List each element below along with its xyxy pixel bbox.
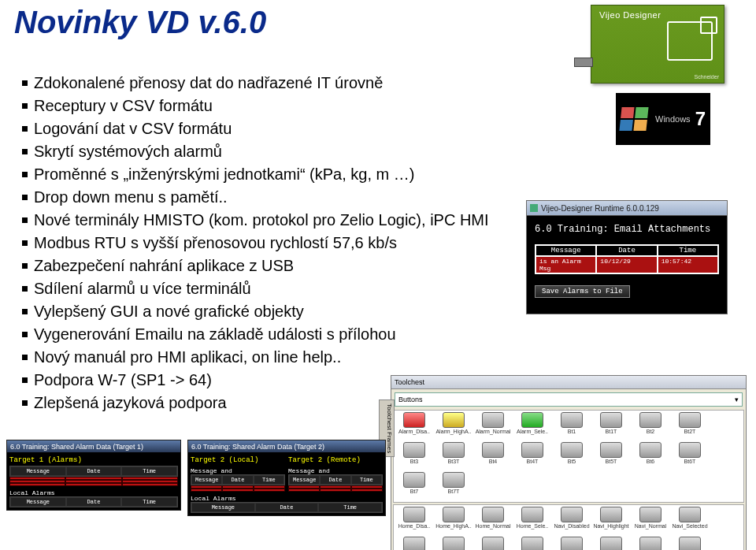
tool-item[interactable]: Previous_S.. <box>513 537 551 550</box>
tool-item[interactable]: Bt5T <box>592 442 630 470</box>
tool-item[interactable]: Bt6T <box>671 442 709 470</box>
tool-item[interactable]: Alarm_Disa.. <box>395 412 433 440</box>
tool-item[interactable]: Bt7T <box>435 472 472 500</box>
runtime-heading: 6.0 Training: Email Attachments <box>535 224 719 235</box>
tool-item[interactable]: Registration.. <box>671 537 709 550</box>
tool-label: Bt3T <box>448 459 460 464</box>
bullet-dot <box>22 332 28 337</box>
tool-item[interactable]: Home_Normal <box>474 507 512 535</box>
tool-item[interactable]: Alarm_HighA.. <box>435 412 472 440</box>
runtime-window: Vijeo-Designer Runtime 6.0.0.129 6.0 Tra… <box>526 200 728 314</box>
tool-item[interactable]: Navi_Normal <box>632 507 669 535</box>
tool-label: Bt7T <box>448 489 460 494</box>
col: Message <box>191 475 222 485</box>
app-icon <box>530 204 538 212</box>
bullet-text: Receptury v CSV formátu <box>34 95 526 117</box>
tool-item[interactable]: Home_Sele.. <box>513 507 551 535</box>
category-dropdown[interactable]: Buttons ▾ <box>395 392 743 407</box>
bullet-dot <box>22 217 28 223</box>
button-icon <box>600 537 622 550</box>
windows7-badge: Windows 7 <box>616 93 710 145</box>
tool-item[interactable]: Previous_.. <box>474 537 512 550</box>
alarm1-local: Local Alarms <box>9 489 178 496</box>
alarm2-local-label: Target 2 (Local) <box>191 456 285 464</box>
tool-item[interactable]: Bt2T <box>671 412 709 440</box>
list-item: Modbus RTU s vyšší přenosovou rychlostí … <box>22 232 526 254</box>
dropdown-value: Buttons <box>398 396 423 403</box>
alarm1-local-header: Message Date Time <box>9 496 178 507</box>
button-icon <box>403 537 425 550</box>
tool-label: Bt6T <box>684 459 696 464</box>
cell-time: 10:57:42 <box>658 256 718 273</box>
bullet-text: Proměnné s „inženýrskými jednotkami“ (kP… <box>34 164 526 185</box>
tool-label: Bt4T <box>527 459 539 464</box>
tool-item[interactable]: Previous_D.. <box>395 537 433 550</box>
col: Date <box>66 466 122 476</box>
tool-item[interactable]: Bt1 <box>553 412 591 440</box>
button-icon <box>403 507 425 522</box>
alarm1-titlebar[interactable]: 6.0 Training: Shared Alarm Data (Target … <box>7 440 180 452</box>
tool-item[interactable]: Registration.. <box>553 537 591 550</box>
col-date: Date <box>596 245 657 256</box>
chevron-down-icon: ▾ <box>735 396 739 403</box>
tool-item[interactable]: Home_Disa.. <box>395 507 433 535</box>
bullet-text: Sdílení alarmů u více terminálů <box>34 278 526 299</box>
alarm1-label: Target 1 (Alarms) <box>9 456 178 464</box>
tool-label: Bt5T <box>606 459 617 464</box>
bullet-text: Nový manuál pro HMI aplikaci, on line he… <box>34 347 526 368</box>
col: Time <box>254 475 284 485</box>
toolchest-titlebar[interactable]: Toolchest <box>391 376 746 389</box>
tool-item[interactable]: Bt1T <box>592 412 630 440</box>
tool-item[interactable]: Registration.. <box>592 537 630 550</box>
table-row: is an Alarm Msg 10/12/29 10:57:42 <box>536 256 718 273</box>
tool-item[interactable]: Bt4T <box>513 442 551 470</box>
button-icon <box>403 442 425 458</box>
tool-item[interactable]: Alarm_Sele.. <box>513 412 551 440</box>
alarm2-titlebar[interactable]: 6.0 Training: Shared Alarm Data (Target … <box>188 440 385 452</box>
tool-item[interactable]: Bt3T <box>435 442 472 470</box>
button-icon <box>521 507 543 522</box>
tool-item[interactable]: Bt3 <box>395 442 433 470</box>
button-icon <box>600 507 622 522</box>
tool-label: Bt5 <box>568 459 576 464</box>
tool-item[interactable]: Bt4 <box>474 442 512 470</box>
button-icon <box>443 412 465 428</box>
bullet-text: Nové terminály HMISTO (kom. protokol pro… <box>34 210 526 231</box>
tool-label: Bt6 <box>647 459 655 464</box>
button-icon <box>521 442 543 458</box>
button-icon <box>679 442 701 458</box>
list-item: Zabezpečení nahrání aplikace z USB <box>22 255 526 277</box>
runtime-titlebar[interactable]: Vijeo-Designer Runtime 6.0.0.129 <box>527 201 727 216</box>
col: Date <box>66 497 122 507</box>
windows-label: Windows <box>655 114 691 124</box>
tool-item[interactable]: Registration.. <box>632 537 669 550</box>
tool-item[interactable]: Bt6 <box>632 442 669 470</box>
tool-item[interactable]: Bt2 <box>632 412 669 440</box>
tool-item[interactable]: Navi_Highlight <box>592 507 630 535</box>
bullet-text: Vygenerování Emailu na základě události … <box>34 324 526 345</box>
button-icon <box>443 507 465 522</box>
tool-item[interactable]: Alarm_Normal <box>474 412 512 440</box>
col: Date <box>320 475 350 485</box>
save-alarms-button[interactable]: Save Alarms to File <box>535 285 630 298</box>
button-icon <box>561 442 583 458</box>
col: Message <box>289 475 320 485</box>
tool-item[interactable]: Navi_Selected <box>671 507 709 535</box>
list-item: Nový manuál pro HMI aplikaci, on line he… <box>22 347 526 368</box>
button-icon <box>403 412 425 428</box>
tool-label: Navi_Normal <box>635 523 666 529</box>
button-icon <box>679 412 701 428</box>
tool-item[interactable]: Bt5 <box>553 442 591 470</box>
windows-flag-icon <box>619 107 648 131</box>
tool-item[interactable]: Bt7 <box>395 472 433 500</box>
tool-label: Bt4 <box>489 459 498 464</box>
tool-item[interactable]: Home_HighA.. <box>435 507 472 535</box>
list-item: Vylepšený GUI a nové grafické objekty <box>22 301 526 322</box>
alarm2-remote-label: Target 2 (Remote) <box>288 456 383 464</box>
tool-label: Alarm_HighA.. <box>435 429 471 434</box>
bullet-dot <box>22 80 28 86</box>
tool-item[interactable]: Navi_Disabled <box>553 507 591 535</box>
bullet-dot <box>22 355 28 360</box>
page-title: Novinky VD v.6.0 <box>14 5 266 40</box>
tool-item[interactable]: Previous_H.. <box>435 537 472 550</box>
